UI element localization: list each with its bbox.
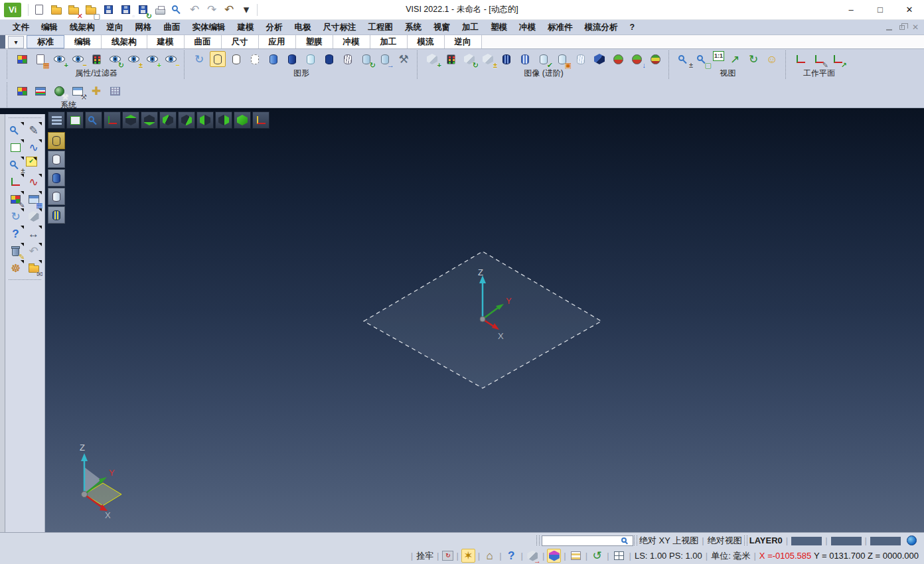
cylinder-cyan-icon[interactable]	[303, 51, 319, 67]
quad-view-icon[interactable]	[612, 549, 626, 563]
wireframe-mode-button[interactable]	[48, 132, 65, 149]
workplane-create-icon[interactable]	[793, 51, 809, 67]
undo-arrow-icon[interactable]: ↶	[26, 243, 42, 259]
zoom-scale-icon[interactable]: ±	[8, 157, 24, 173]
cube-right-view-icon[interactable]	[216, 113, 231, 127]
menu-item[interactable]: 工程图	[362, 20, 400, 35]
menu-item[interactable]: 冲模	[513, 20, 542, 35]
cube-bottom-view-icon[interactable]	[142, 113, 157, 127]
ribbon-dropdown-button[interactable]: ▾	[8, 36, 24, 48]
new-file-icon[interactable]	[31, 2, 47, 18]
redo-icon[interactable]: ↷	[204, 2, 220, 18]
lock-toggle[interactable]: 拴牢	[416, 550, 433, 562]
zoom-dynamic-icon[interactable]: ±	[676, 51, 692, 67]
hidden-line-mode-icon[interactable]	[49, 152, 64, 167]
workplane-axes-icon[interactable]	[8, 174, 24, 190]
maximize-button[interactable]: □	[866, 0, 895, 20]
color-palette-grid-icon[interactable]	[14, 83, 30, 99]
sphere-red-green-icon[interactable]	[610, 51, 626, 67]
cube-plus-minus-icon[interactable]: ±	[480, 51, 496, 67]
cylinder-export-icon[interactable]: →	[377, 51, 393, 67]
menu-item[interactable]: 编辑	[35, 20, 64, 35]
cylinder-striped-icon[interactable]	[517, 51, 533, 67]
cylinder-striped-navy-icon[interactable]	[499, 51, 514, 67]
axonometric-view-button[interactable]	[104, 111, 121, 129]
shading-smiley-icon[interactable]: ☺	[764, 51, 780, 67]
units-label[interactable]: 单位: 毫米	[711, 550, 750, 562]
save-sync-icon[interactable]: ↻	[135, 2, 151, 18]
attributes-page-icon[interactable]: ▦	[33, 51, 48, 67]
workplane-modify-icon[interactable]: ✎	[811, 51, 827, 67]
menu-item[interactable]: 加工	[456, 20, 485, 35]
cube-front-view-button[interactable]	[159, 111, 177, 129]
shaded-mode-button[interactable]	[48, 169, 65, 186]
edit-pencil-icon[interactable]: ✎	[26, 122, 42, 138]
attributes-palette-icon[interactable]	[14, 51, 30, 67]
cube-top-view-button[interactable]	[122, 111, 139, 129]
cube-top-view-icon[interactable]	[123, 113, 138, 127]
ribbon-tab[interactable]: 塑膜	[296, 35, 333, 48]
menu-item[interactable]: 塑模	[485, 20, 513, 35]
mdi-restore-button[interactable]	[899, 25, 905, 30]
ribbon-tab[interactable]: 线架构	[102, 35, 147, 48]
refresh-status-icon[interactable]: ↻	[442, 551, 453, 561]
spline-pencil-icon[interactable]: ∿	[26, 139, 42, 155]
cube-back-view-icon[interactable]	[179, 113, 194, 127]
menu-item[interactable]: 线架构	[64, 20, 101, 35]
hidden-line-mode-button[interactable]	[48, 151, 65, 168]
solid-cube-icon[interactable]	[26, 208, 42, 224]
curve-modify-icon[interactable]: ∿	[26, 174, 42, 190]
zoom-window-icon[interactable]: ▢	[694, 51, 710, 67]
sphere-layers-icon[interactable]	[647, 51, 663, 67]
workplane-view-icon[interactable]	[254, 113, 268, 127]
striped-mode-button[interactable]	[48, 206, 65, 224]
more-dropdown-icon[interactable]: ▾	[238, 2, 254, 18]
sphere-arrow-icon[interactable]: ↓	[629, 51, 645, 67]
cylinder-check-icon[interactable]: ✔	[536, 51, 552, 67]
undo-list-icon[interactable]: ↶	[221, 2, 237, 18]
globe-settings-icon[interactable]: ⚒	[51, 83, 67, 99]
close-file-icon[interactable]: ✕	[66, 2, 82, 18]
graphics-settings-icon[interactable]: ⚒	[396, 51, 412, 67]
mdi-close-button[interactable]: ✕	[912, 23, 919, 31]
cube-right-view-button[interactable]	[215, 111, 232, 129]
layers-list-icon[interactable]	[569, 549, 583, 563]
pan-arrow-icon[interactable]: ↗	[727, 51, 743, 67]
zoom-search-icon[interactable]	[8, 122, 24, 138]
cube-refresh-icon[interactable]: ↻	[461, 51, 477, 67]
workplane-align-icon[interactable]: ↗	[830, 51, 846, 67]
cube-back-view-button[interactable]	[178, 111, 195, 129]
cylinder-refresh-icon[interactable]: ↻	[358, 51, 374, 67]
toolbar-drag-handle[interactable]	[9, 117, 41, 119]
save-as-icon[interactable]: ▫	[117, 2, 133, 18]
ribbon-tab[interactable]: 曲面	[185, 35, 222, 48]
ribbon-tab[interactable]: 标准	[27, 35, 64, 48]
cube-left-view-button[interactable]	[196, 111, 214, 129]
menu-item[interactable]: 视窗	[427, 20, 456, 35]
eye-remove-icon[interactable]: −	[70, 51, 86, 67]
shaded-mode-icon[interactable]	[49, 171, 64, 185]
drag-handle[interactable]	[536, 535, 540, 545]
menu-item[interactable]: 逆向	[101, 20, 129, 35]
print-icon[interactable]	[152, 2, 168, 18]
grid-settings-icon[interactable]	[107, 83, 123, 99]
shaded-edges-mode-icon[interactable]	[49, 189, 64, 204]
ribbon-tab[interactable]: 尺寸	[222, 35, 259, 48]
cube-front-view-icon[interactable]	[161, 113, 175, 127]
view-list-button[interactable]	[48, 111, 65, 129]
eye-plus-icon[interactable]: +	[144, 51, 160, 67]
ribbon-tab[interactable]: 建模	[147, 35, 185, 48]
ribbon-tab[interactable]: 应用	[259, 35, 296, 48]
menu-item[interactable]: 实体编辑	[187, 20, 232, 35]
drag-handle[interactable]	[744, 535, 747, 545]
window-layout-icon[interactable]: ▦	[26, 191, 42, 207]
undo-status-icon[interactable]: ↺	[590, 549, 604, 563]
shaded-edges-mode-button[interactable]	[48, 188, 65, 205]
window-settings-icon[interactable]: ⚒	[70, 83, 86, 99]
ribbon-tab[interactable]: 编辑	[64, 35, 102, 48]
rotate-view-icon[interactable]: ↻	[745, 51, 761, 67]
cube-iso-view-icon[interactable]	[235, 113, 250, 127]
delete-trash-icon[interactable]: ✎	[8, 243, 24, 259]
eye-plus-minus-icon[interactable]: ±	[125, 51, 141, 67]
snap-settings-icon[interactable]: ✚	[88, 83, 104, 99]
